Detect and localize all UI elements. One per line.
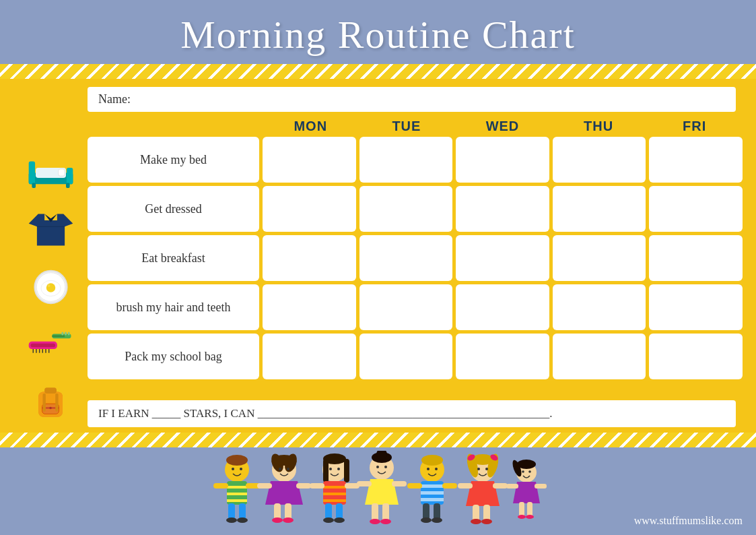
svg-rect-66 xyxy=(344,459,349,482)
svg-rect-65 xyxy=(323,459,329,482)
svg-rect-26 xyxy=(65,332,67,336)
cell-bag-tue[interactable] xyxy=(359,334,453,379)
svg-rect-16 xyxy=(30,344,55,348)
svg-point-104 xyxy=(432,517,442,523)
svg-point-68 xyxy=(337,468,340,470)
egg-icon xyxy=(26,268,76,307)
svg-point-38 xyxy=(232,468,234,470)
cell-dressed-fri[interactable] xyxy=(649,186,743,232)
name-field: Name: xyxy=(88,87,736,112)
header: Morning Routine Chart xyxy=(0,0,756,64)
svg-rect-88 xyxy=(382,503,389,522)
top-stripe xyxy=(0,64,756,79)
footer: www.stuffmumslike.com xyxy=(0,447,756,535)
days-header: MON TUE WED THU FRI xyxy=(88,119,743,134)
svg-rect-27 xyxy=(67,332,69,336)
svg-point-94 xyxy=(435,468,438,470)
kids-illustration xyxy=(203,451,553,532)
rows-area: Make my bed Get dressed xyxy=(88,137,743,395)
svg-rect-96 xyxy=(421,484,444,488)
brush-icon xyxy=(26,325,76,365)
cell-brush-mon[interactable] xyxy=(263,284,356,330)
bed-icon xyxy=(26,153,76,192)
svg-point-92 xyxy=(421,455,443,466)
page-title: Morning Routine Chart xyxy=(0,12,756,57)
svg-point-89 xyxy=(370,519,380,524)
task-label-eat-breakfast: Eat breakfast xyxy=(88,235,259,281)
svg-point-14 xyxy=(47,285,50,288)
svg-point-61 xyxy=(272,517,283,523)
task-label-make-bed: Make my bed xyxy=(88,137,259,183)
svg-point-103 xyxy=(421,517,432,523)
svg-point-37 xyxy=(226,455,248,466)
task-row-eat-breakfast: Eat breakfast xyxy=(88,235,743,281)
name-label: Name: xyxy=(98,92,131,106)
page: Morning Routine Chart Name: xyxy=(0,0,756,535)
cell-bed-fri[interactable] xyxy=(649,137,743,183)
svg-point-39 xyxy=(240,468,242,470)
cell-brush-tue[interactable] xyxy=(359,284,453,330)
svg-rect-128 xyxy=(519,502,524,517)
svg-rect-24 xyxy=(52,335,65,337)
cell-dressed-tue[interactable] xyxy=(359,186,453,232)
cell-bed-tue[interactable] xyxy=(359,137,453,183)
svg-rect-4 xyxy=(58,169,64,176)
svg-point-83 xyxy=(384,466,387,468)
cell-dressed-wed[interactable] xyxy=(456,186,549,232)
day-mon: MON xyxy=(263,119,359,134)
cell-breakfast-mon[interactable] xyxy=(263,235,356,281)
cell-bed-mon[interactable] xyxy=(263,137,356,183)
svg-rect-85 xyxy=(357,481,372,486)
svg-rect-98 xyxy=(421,498,444,501)
svg-point-48 xyxy=(226,517,237,523)
svg-point-77 xyxy=(323,517,334,523)
svg-rect-99 xyxy=(407,483,422,489)
cell-brush-thu[interactable] xyxy=(553,284,646,330)
svg-point-119 xyxy=(481,519,492,524)
svg-rect-5 xyxy=(32,183,36,188)
backpack-icon-container xyxy=(20,379,81,425)
cell-bag-mon[interactable] xyxy=(263,334,356,379)
day-tue: TUE xyxy=(359,119,455,134)
cell-breakfast-thu[interactable] xyxy=(553,235,646,281)
svg-rect-43 xyxy=(227,499,247,502)
svg-rect-71 xyxy=(323,493,346,495)
egg-icon-container xyxy=(20,264,81,310)
svg-point-53 xyxy=(273,455,295,466)
svg-point-131 xyxy=(526,515,534,519)
cell-bag-fri[interactable] xyxy=(649,334,743,379)
svg-rect-42 xyxy=(227,493,247,495)
task-label-brush: brush my hair and teeth xyxy=(88,284,259,330)
cell-bed-wed[interactable] xyxy=(456,137,549,183)
svg-point-54 xyxy=(279,468,281,470)
cell-brush-wed[interactable] xyxy=(456,284,549,330)
day-fri: FRI xyxy=(646,119,743,134)
svg-point-93 xyxy=(427,468,429,470)
day-wed: WED xyxy=(454,119,551,134)
chart-table: MON TUE WED THU FRI Make my bed xyxy=(88,119,743,433)
cell-bag-thu[interactable] xyxy=(553,334,646,379)
shirt-icon-container xyxy=(20,207,81,253)
cell-breakfast-fri[interactable] xyxy=(649,235,743,281)
backpack-icon xyxy=(26,383,76,422)
cell-breakfast-tue[interactable] xyxy=(359,235,453,281)
cell-bed-thu[interactable] xyxy=(553,137,646,183)
svg-rect-70 xyxy=(323,486,346,489)
cell-dressed-mon[interactable] xyxy=(263,186,356,232)
svg-rect-25 xyxy=(61,332,63,336)
cell-brush-fri[interactable] xyxy=(649,284,743,330)
task-row-brush: brush my hair and teeth xyxy=(88,284,743,330)
svg-rect-100 xyxy=(442,483,457,489)
svg-point-49 xyxy=(237,517,248,523)
svg-point-118 xyxy=(471,519,481,524)
cell-bag-wed[interactable] xyxy=(456,334,549,379)
svg-point-111 xyxy=(477,468,480,470)
svg-point-108 xyxy=(472,454,493,465)
svg-point-130 xyxy=(518,515,526,519)
cell-breakfast-wed[interactable] xyxy=(456,235,549,281)
svg-rect-86 xyxy=(392,481,407,486)
icons-column xyxy=(13,119,88,433)
task-row-pack-bag: Pack my school bag xyxy=(88,334,743,379)
cell-dressed-thu[interactable] xyxy=(553,186,646,232)
svg-point-78 xyxy=(334,517,345,523)
